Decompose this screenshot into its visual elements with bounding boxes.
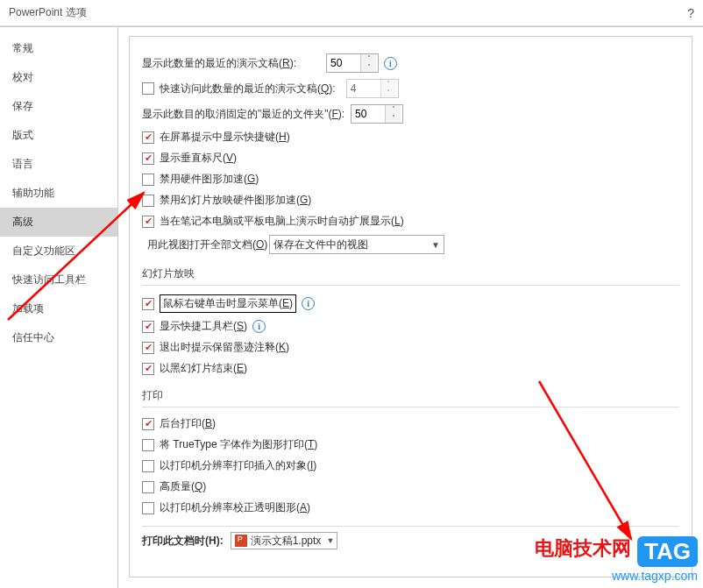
print-resolution-label: 以打印机分辨率打印插入的对象(I) [160, 458, 316, 473]
recent-count-row: 显示此数量的最近的演示文稿(R): ˄˅ i [142, 53, 679, 73]
print-quality-checkbox[interactable] [142, 481, 154, 493]
vruler-checkbox[interactable] [142, 152, 154, 165]
sidebar-item-general[interactable]: 常规 [0, 34, 117, 63]
spin-down-icon[interactable]: ˅ [381, 89, 396, 97]
info-icon[interactable]: i [384, 57, 397, 70]
chevron-down-icon: ▼ [431, 240, 440, 250]
spin-up-icon[interactable]: ˄ [386, 105, 401, 114]
print-transparent-checkbox[interactable] [142, 502, 154, 514]
print-quality-row: 高质量(Q) [142, 479, 679, 494]
spin-up-icon[interactable]: ˄ [381, 80, 396, 89]
rightclick-menu-checkbox[interactable] [142, 298, 154, 310]
info-icon[interactable]: i [302, 297, 315, 310]
show-toolbar-label: 显示快捷工具栏(S) [160, 319, 247, 334]
watermark-url: www.tagxp.com [535, 569, 698, 583]
print-section-header: 打印 [142, 388, 679, 407]
rightclick-menu-label: 鼠标右键单击时显示菜单(E) [160, 294, 296, 313]
print-truetype-row: 将 TrueType 字体作为图形打印(T) [142, 437, 679, 452]
spin-up-icon[interactable]: ˄ [361, 54, 376, 63]
auto-extend-row: 当在笔记本电脑或平板电脑上演示时自动扩展显示(L) [142, 214, 679, 229]
rightclick-menu-row: 鼠标右键单击时显示菜单(E) i [142, 294, 679, 313]
print-quality-label: 高质量(Q) [160, 479, 206, 494]
sidebar-item-layout[interactable]: 版式 [0, 121, 117, 150]
print-truetype-checkbox[interactable] [142, 439, 154, 451]
spin-down-icon[interactable]: ˅ [361, 63, 376, 72]
pptx-icon [235, 535, 247, 547]
unpinned-label: 显示此数目的取消固定的"最近的文件夹"(F): [142, 107, 351, 122]
main-container: 常规 校对 保存 版式 语言 辅助功能 高级 自定义功能区 快速访问工具栏 加载… [0, 26, 703, 588]
spin-down-icon[interactable]: ˅ [386, 114, 401, 123]
print-background-label: 后台打印(B) [160, 416, 216, 431]
screentips-row: 在屏幕提示中显示快捷键(H) [142, 130, 679, 145]
screentips-checkbox[interactable] [142, 131, 154, 144]
sidebar-item-accessibility[interactable]: 辅助功能 [0, 179, 117, 208]
hw-accel-checkbox[interactable] [142, 174, 154, 186]
ink-checkbox[interactable] [142, 342, 154, 354]
print-resolution-row: 以打印机分辨率打印插入的对象(I) [142, 458, 679, 473]
print-transparent-label: 以打印机分辨率校正透明图形(A) [160, 500, 310, 515]
watermark: 电脑技术网 TAG www.tagxp.com [535, 535, 698, 583]
hw-accel-label: 禁用硬件图形加速(G) [160, 172, 259, 187]
content-area: 显示此数量的最近的演示文稿(R): ˄˅ i 快速访问此数量的最近的演示文稿(Q… [118, 27, 703, 588]
endblack-label: 以黑幻灯片结束(E) [160, 361, 247, 376]
chevron-down-icon: ▼ [326, 536, 334, 545]
endblack-row: 以黑幻灯片结束(E) [142, 361, 679, 376]
open-docs-label: 用此视图打开全部文档(O) [142, 237, 269, 252]
recent-count-input[interactable] [327, 55, 360, 71]
watermark-tag: TAG [637, 536, 698, 567]
unpinned-input[interactable] [352, 106, 385, 122]
sidebar-item-proofing[interactable]: 校对 [0, 63, 117, 92]
sidebar-item-quick-access[interactable]: 快速访问工具栏 [0, 266, 117, 294]
sidebar: 常规 校对 保存 版式 语言 辅助功能 高级 自定义功能区 快速访问工具栏 加载… [0, 27, 118, 588]
sidebar-item-save[interactable]: 保存 [0, 92, 117, 121]
quick-access-checkbox[interactable] [142, 82, 154, 95]
screentips-label: 在屏幕提示中显示快捷键(H) [160, 130, 290, 145]
print-background-checkbox[interactable] [142, 418, 154, 430]
show-toolbar-row: 显示快捷工具栏(S) i [142, 319, 679, 334]
slideshow-hw-label: 禁用幻灯片放映硬件图形加速(G) [160, 193, 311, 208]
sidebar-item-customize-ribbon[interactable]: 自定义功能区 [0, 237, 117, 266]
quick-access-input[interactable] [347, 81, 380, 96]
watermark-brand: 电脑技术网 [535, 537, 631, 559]
vruler-row: 显示垂直标尺(V) [142, 151, 679, 166]
auto-extend-checkbox[interactable] [142, 216, 154, 228]
help-icon[interactable]: ? [687, 6, 694, 20]
sidebar-item-advanced[interactable]: 高级 [0, 208, 117, 237]
ink-row: 退出时提示保留墨迹注释(K) [142, 340, 679, 355]
recent-count-label: 显示此数量的最近的演示文稿(R): [142, 56, 326, 71]
sidebar-item-trust[interactable]: 信任中心 [0, 323, 117, 352]
print-truetype-label: 将 TrueType 字体作为图形打印(T) [160, 437, 317, 452]
open-docs-row: 用此视图打开全部文档(O) 保存在文件中的视图 ▼ [142, 235, 679, 254]
show-toolbar-checkbox[interactable] [142, 321, 154, 333]
info-icon[interactable]: i [252, 320, 266, 333]
open-docs-value: 保存在文件中的视图 [273, 237, 368, 252]
print-doc-label: 打印此文档时(H): [142, 534, 224, 549]
print-transparent-row: 以打印机分辨率校正透明图形(A) [142, 500, 679, 515]
slideshow-hw-checkbox[interactable] [142, 195, 154, 207]
quick-access-label: 快速访问此数量的最近的演示文稿(Q): [160, 81, 336, 96]
unpinned-row: 显示此数目的取消固定的"最近的文件夹"(F): ˄˅ [142, 104, 679, 124]
content-panel: 显示此数量的最近的演示文稿(R): ˄˅ i 快速访问此数量的最近的演示文稿(Q… [129, 36, 692, 577]
vruler-label: 显示垂直标尺(V) [160, 151, 237, 166]
titlebar: PowerPoint 选项 ? [0, 0, 703, 26]
recent-count-spin[interactable]: ˄˅ [326, 53, 379, 73]
window-title: PowerPoint 选项 [9, 5, 87, 20]
slideshow-hw-row: 禁用幻灯片放映硬件图形加速(G) [142, 193, 679, 208]
ink-label: 退出时提示保留墨迹注释(K) [160, 340, 289, 355]
sidebar-item-addins[interactable]: 加载项 [0, 294, 117, 323]
auto-extend-label: 当在笔记本电脑或平板电脑上演示时自动扩展显示(L) [160, 214, 404, 229]
quick-access-spin[interactable]: ˄˅ [346, 79, 399, 98]
unpinned-spin[interactable]: ˄˅ [351, 104, 403, 124]
print-doc-value: 演示文稿1.pptx [251, 534, 322, 549]
print-doc-combo[interactable]: 演示文稿1.pptx ▼ [231, 532, 338, 549]
print-resolution-checkbox[interactable] [142, 460, 154, 472]
print-background-row: 后台打印(B) [142, 416, 679, 431]
sidebar-item-language[interactable]: 语言 [0, 150, 117, 179]
quick-access-row: 快速访问此数量的最近的演示文稿(Q): ˄˅ [142, 79, 679, 98]
endblack-checkbox[interactable] [142, 363, 154, 375]
open-docs-combo[interactable]: 保存在文件中的视图 ▼ [269, 235, 444, 254]
slideshow-section-header: 幻灯片放映 [142, 266, 679, 286]
hw-accel-row: 禁用硬件图形加速(G) [142, 172, 679, 187]
